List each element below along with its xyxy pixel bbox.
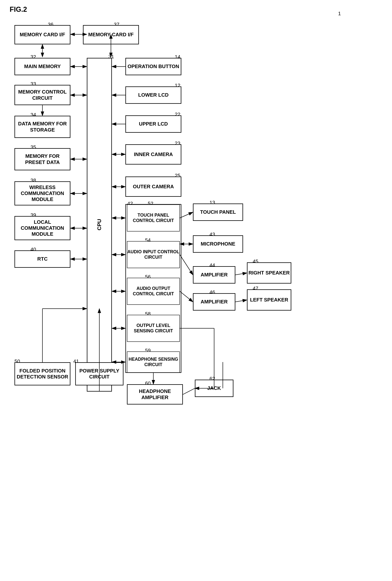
svg-line-28	[235, 300, 247, 302]
memory-control-circuit: MEMORY CONTROL CIRCUIT	[14, 85, 70, 105]
touch-panel-control-circuit: TOUCH PANEL CONTROL CIRCUIT	[127, 204, 180, 232]
microphone: MICROPHONE	[193, 235, 243, 253]
rtc-box: RTC	[14, 250, 70, 268]
outer-camera: OUTER CAMERA	[126, 176, 181, 197]
diagram-container: FIG.2 1 36 MEMORY CARD I/F 37 MEMORY CAR…	[0, 0, 392, 581]
svg-line-23	[180, 212, 193, 218]
memory-card-if-36: MEMORY CARD I/F	[14, 25, 70, 44]
headphone-sensing-circuit: HEADPHONE SENSING CIRCUIT	[127, 352, 180, 373]
svg-line-33	[183, 388, 195, 394]
touch-panel: TOUCH PANEL	[193, 204, 243, 221]
audio-output-control-circuit: AUDIO OUTPUT CONTROL CIRCUIT	[127, 278, 180, 305]
cpu-box: CPU	[87, 58, 112, 392]
main-memory: MAIN MEMORY	[14, 58, 70, 75]
fig-label: FIG.2	[10, 6, 27, 14]
data-memory-storage: DATA MEMORY FOR STORAGE	[14, 116, 70, 138]
memory-preset-data: MEMORY FOR PRESET DATA	[14, 148, 70, 170]
lower-lcd: LOWER LCD	[126, 86, 181, 104]
amplifier-44: AMPLIFIER	[193, 266, 235, 284]
audio-input-control-circuit: AUDIO INPUT CONTROL CIRCUIT	[127, 241, 180, 268]
wireless-communication-module: WIRELESS COMMUNICATION MODULE	[14, 181, 70, 206]
memory-card-if-37: MEMORY CARD I/F	[83, 25, 139, 44]
local-communication-module: LOCAL COMMUNICATION MODULE	[14, 216, 70, 240]
svg-line-25	[180, 254, 193, 275]
folded-position-detection-sensor: FOLDED POSITION DETECTION SENSOR	[14, 362, 70, 386]
output-level-sensing-circuit: OUTPUT LEVEL SENSING CIRCUIT	[127, 315, 180, 342]
amplifier-46: AMPLIFIER	[193, 293, 235, 310]
svg-line-27	[180, 291, 193, 302]
headphone-amplifier: HEADPHONE AMPLIFIER	[127, 384, 183, 404]
upper-lcd: UPPER LCD	[126, 115, 181, 133]
right-speaker: RIGHT SPEAKER	[247, 262, 291, 284]
operation-button: OPERATION BUTTON	[126, 58, 181, 75]
svg-line-26	[235, 273, 247, 275]
inner-camera: INNER CAMERA	[126, 144, 181, 164]
jack: JACK	[195, 380, 234, 397]
device-number: 1	[338, 10, 341, 16]
power-supply-circuit: POWER SUPPLY CIRCUIT	[75, 362, 124, 386]
left-speaker: LEFT SPEAKER	[247, 289, 291, 310]
